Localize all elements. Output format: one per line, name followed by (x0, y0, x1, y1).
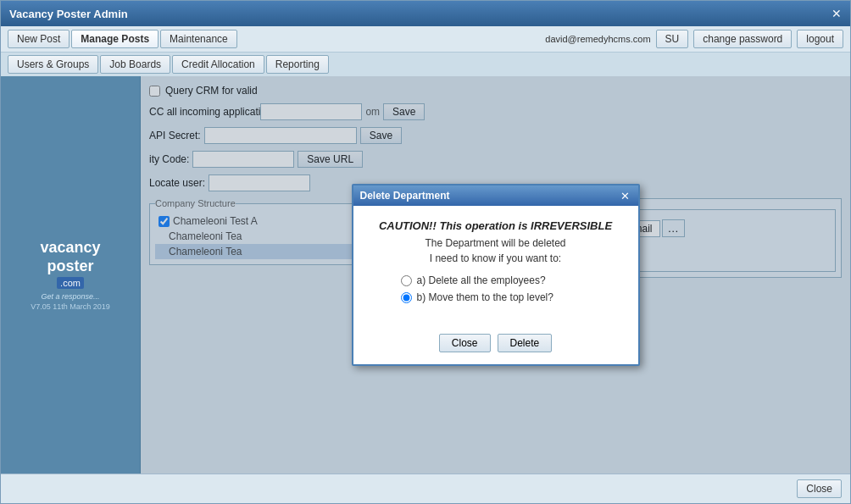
nav-maintenance[interactable]: Maintenance (160, 30, 237, 48)
logo-area: vacancy poster .com Get a response... V7… (1, 76, 141, 474)
dialog-caution-text: CAUTION!! This operation is IRREVERSIBLE (379, 219, 612, 232)
nav-credit-allocation[interactable]: Credit Allocation (172, 55, 264, 74)
title-bar: Vacancy Poster Admin ✕ (1, 1, 850, 26)
delete-department-dialog: Delete Department ✕ CAUTION!! This opera… (352, 184, 640, 366)
modal-overlay: Delete Department ✕ CAUTION!! This opera… (141, 76, 850, 474)
logo-line1: vacancy (40, 239, 100, 256)
option-b-radio[interactable] (401, 292, 412, 303)
main-window: Vacancy Poster Admin ✕ New Post Manage P… (0, 0, 851, 504)
nav-users-groups[interactable]: Users & Groups (8, 55, 98, 74)
dialog-line1: The Department will be deleted (367, 237, 625, 249)
nav-right: david@remedyhcms.com SU change password … (545, 30, 843, 48)
dialog-title: Delete Department (360, 190, 450, 202)
dialog-caution: CAUTION!! This operation is IRREVERSIBLE (367, 219, 625, 232)
dialog-delete-button[interactable]: Delete (498, 334, 553, 352)
nav-buttons-left: New Post Manage Posts Maintenance (8, 30, 237, 48)
irreversible-word: IRREVERSIBLE (531, 219, 612, 232)
nav-manage-posts[interactable]: Manage Posts (71, 30, 159, 48)
user-email: david@remedyhcms.com (545, 34, 650, 44)
nav-row-1: New Post Manage Posts Maintenance david@… (1, 26, 850, 52)
dialog-options: a) Delete all the employees? b) Move the… (401, 274, 591, 303)
window-close-button[interactable]: ✕ (832, 8, 842, 19)
dialog-close-button[interactable]: Close (439, 334, 491, 352)
nav-reporting[interactable]: Reporting (266, 55, 329, 74)
bottom-bar: Close (1, 474, 850, 503)
dialog-option-b: b) Move them to the top level? (401, 291, 591, 303)
logo-line2: poster (47, 258, 93, 274)
change-password-button[interactable]: change password (693, 30, 792, 48)
dialog-title-bar: Delete Department ✕ (353, 186, 638, 206)
dialog-close-x-button[interactable]: ✕ (619, 191, 631, 202)
option-b-label: b) Move them to the top level? (417, 291, 553, 303)
bottom-close-button[interactable]: Close (797, 479, 842, 498)
nav-new-post[interactable]: New Post (8, 30, 70, 48)
logo-subtitle: Get a response... (41, 292, 99, 301)
dialog-line2: I need to know if you want to: (367, 252, 625, 264)
window-title: Vacancy Poster Admin (9, 8, 128, 20)
option-a-label: a) Delete all the employees? (417, 274, 546, 286)
option-a-radio[interactable] (401, 275, 412, 286)
dialog-option-a: a) Delete all the employees? (401, 274, 591, 286)
nav-row-2: Users & Groups Job Boards Credit Allocat… (1, 52, 850, 76)
logo-com: .com (57, 277, 84, 289)
logo-version: V7.05 11th March 2019 (31, 302, 110, 311)
su-button[interactable]: SU (656, 30, 689, 48)
nav-job-boards[interactable]: Job Boards (100, 55, 170, 74)
main-content: Query CRM for valid CC all incoming appl… (141, 76, 850, 474)
dialog-body: CAUTION!! This operation is IRREVERSIBLE… (353, 206, 638, 327)
dialog-footer: Close Delete (353, 327, 638, 364)
logo-text: vacancy poster (40, 239, 100, 275)
logout-button[interactable]: logout (797, 30, 843, 48)
content-area: vacancy poster .com Get a response... V7… (1, 76, 850, 474)
